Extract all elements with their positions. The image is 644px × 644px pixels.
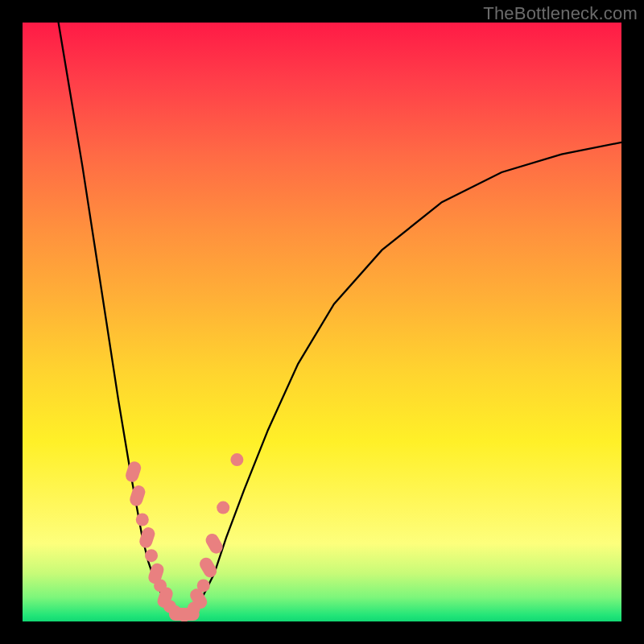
bead-marker xyxy=(145,549,158,562)
bead-marker xyxy=(217,502,229,514)
right-curve-line xyxy=(184,142,621,616)
bead-marker xyxy=(136,514,149,526)
bead-marker xyxy=(128,484,147,508)
bead-marker xyxy=(124,460,142,484)
chart-svg xyxy=(23,23,621,621)
bead-marker xyxy=(230,453,243,466)
chart-plot-area xyxy=(23,23,621,621)
bead-marker xyxy=(197,579,210,592)
left-curve-line xyxy=(59,23,184,616)
watermark-text: TheBottleneck.com xyxy=(483,3,638,24)
